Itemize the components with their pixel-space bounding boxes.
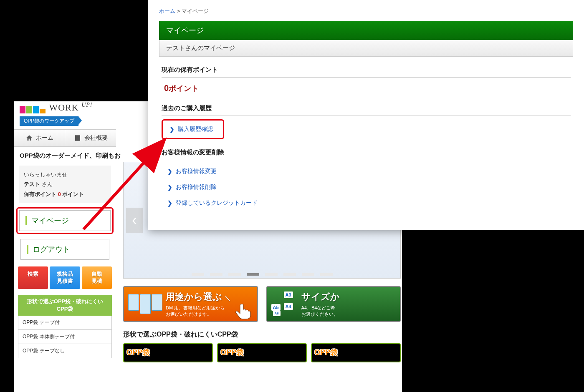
chevron-right-icon: ❯ [167,184,172,191]
mypage-button[interactable]: マイページ [19,210,111,231]
category-item[interactable]: OPP袋 テープなし [18,344,111,358]
breadcrumb: ホーム > マイページ [159,8,573,15]
banner-size-sub: A4、B4などご希お選びください。 [301,305,340,318]
accent-bar-icon [25,216,27,225]
hand-pointer-icon [234,302,255,319]
carousel-dot[interactable] [283,273,296,276]
history-link-highlight: ❯ 購入履歴確認 [162,119,224,139]
customer-delete-link[interactable]: ❯ お客様情報削除 [162,179,571,195]
carousel-dot[interactable] [228,273,241,276]
banner-size-title: サイズか [301,291,340,303]
sidebar: WORK UP! OPP袋のワークアップ ホーム 会社概要 OPP袋のオーダーメ… [14,101,116,367]
user-name: テスト [24,181,40,187]
link-label: お客様情報削除 [176,183,217,191]
banner-use-sub: DM 用、書籍用など用途からお選びいただけます。 [166,305,230,318]
history-title: 過去のご購入履歴 [162,104,571,116]
points-unit: ポイント [62,191,84,197]
link-label: 購入履歴確認 [178,126,213,133]
accent-bar-icon [27,245,28,254]
user-honor: さん [42,181,53,187]
logo-ribbon: OPP袋のワークアップ [20,116,78,126]
banner-row: 用途から選ぶ ＼ DM 用、書籍用など用途からお選びいただけます。 A3 A5 … [123,286,401,322]
nav-company[interactable]: 会社概要 [65,130,116,146]
points-section: 現在の保有ポイント 0ポイント [159,66,573,95]
carousel-prev-button[interactable]: ‹ [126,208,143,233]
product-card[interactable]: OPP袋 [123,343,213,362]
carousel-dot[interactable] [247,273,259,276]
breadcrumb-current: マイページ [182,8,209,14]
link-label: お客様情報変更 [176,168,217,175]
points-value: 0 [58,191,61,197]
category-item[interactable]: OPP袋 本体側テープ付 [18,330,111,344]
size-badges: A3 A5 A4 A6 [271,291,301,317]
mypage-header: マイページ [159,21,573,40]
banner-use[interactable]: 用途から選ぶ ＼ DM 用、書籍用など用途からお選びいただけます。 [123,286,258,322]
section-title: 形状で選ぶOPP袋・破れにくいCPP袋 [123,330,401,339]
tagline: OPP袋のオーダーメイド、印刷もお [14,147,116,164]
nav-home-label: ホーム [36,134,53,142]
points-title: 現在の保有ポイント [162,66,571,78]
customer-info-title: お客様情報の変更削除 [162,148,571,160]
logout-button-label: ログアウト [33,244,70,254]
quick-buttons: 検索 規格品 見積書 自動 見積 [18,266,112,289]
logo-up: UP! [81,102,92,108]
carousel-dot[interactable] [265,273,278,276]
chevron-right-icon: ❯ [167,200,172,206]
logo-color-blocks [20,106,46,113]
points-label: 保有ポイント [24,191,56,197]
nav-company-label: 会社概要 [84,134,108,142]
points-number: 0 [164,83,169,93]
mypage-subtitle: テストさんのマイページ [159,40,573,57]
nav-home[interactable]: ホーム [14,130,65,146]
customer-change-link[interactable]: ❯ お客様情報変更 [162,163,571,179]
carousel-dots [192,273,333,276]
mypage-button-highlight: マイページ [16,207,114,234]
carousel-dot[interactable] [320,273,333,276]
customer-info-section: お客様情報の変更削除 ❯ お客様情報変更 ❯ お客様情報削除 ❯ 登録しているク… [159,148,573,211]
purchase-history-link[interactable]: ❯ 購入履歴確認 [164,121,222,137]
banner-use-title: 用途から選ぶ ＼ [166,291,230,303]
chevron-left-icon: ‹ [132,211,137,229]
mypage-panel: ホーム > マイページ マイページ テストさんのマイページ 現在の保有ポイント … [148,0,584,230]
user-box: いらっしゃいませ テスト さん 保有ポイント 0 ポイント [19,166,111,203]
logout-button[interactable]: ログアウト [20,239,109,260]
breadcrumb-separator: > [177,8,182,14]
top-nav: ホーム 会社概要 [14,129,116,147]
auto-estimate-button[interactable]: 自動 見積 [82,266,112,289]
carousel-dot[interactable] [192,273,204,276]
home-icon [25,134,33,142]
logo[interactable]: WORK UP! OPP袋のワークアップ [14,101,116,126]
history-section: 過去のご購入履歴 ❯ 購入履歴確認 [159,104,573,139]
link-label: 登録しているクレジットカード [176,199,258,207]
product-card[interactable]: OPP袋 [311,343,401,362]
carousel-dot[interactable] [302,273,314,276]
building-icon [73,134,82,142]
logo-text: WORK [49,102,78,113]
welcome-text: いらっしゃいませ [24,170,106,179]
standard-estimate-button[interactable]: 規格品 見積書 [50,266,80,289]
credit-card-link[interactable]: ❯ 登録しているクレジットカード [162,195,571,211]
category-list: OPP袋 テープ付 OPP袋 本体側テープ付 OPP袋 テープなし [18,316,112,358]
chevron-right-icon: ❯ [169,126,174,133]
banner-size[interactable]: A3 A5 A4 A6 サイズか A4、B4などご希お選びください。 [266,286,401,322]
points-unit: ポイント [169,84,199,93]
mypage-button-label: マイページ [31,216,69,226]
points-display: 0ポイント [162,78,571,95]
document-icons [128,294,162,314]
chevron-right-icon: ❯ [167,168,172,175]
breadcrumb-home-link[interactable]: ホーム [159,8,175,14]
carousel-dot[interactable] [210,273,222,276]
search-button[interactable]: 検索 [18,266,48,289]
product-row: OPP袋 OPP袋 OPP袋 [123,343,401,362]
category-header: 形状で選ぶOPP袋・破れにくい CPP袋 [18,295,112,316]
product-card[interactable]: OPP袋 [217,343,307,362]
category-item[interactable]: OPP袋 テープ付 [18,316,111,330]
